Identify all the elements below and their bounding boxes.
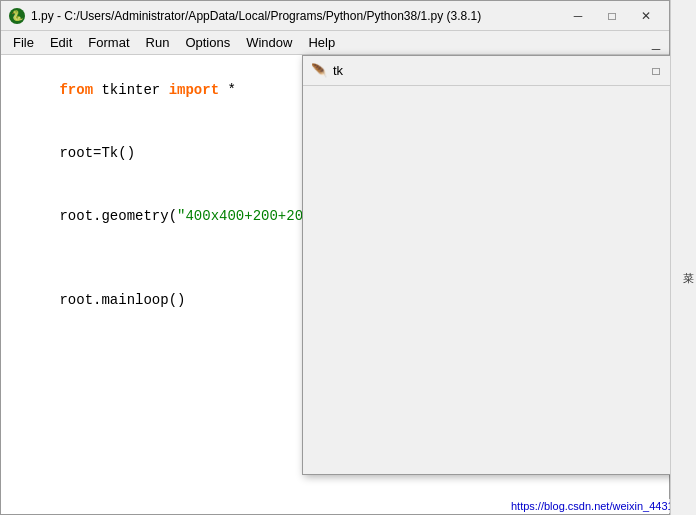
tk-window-title: tk xyxy=(333,63,641,78)
menu-options[interactable]: Options xyxy=(177,31,238,54)
menu-window[interactable]: Window xyxy=(238,31,300,54)
tk-content-area xyxy=(303,86,679,474)
keyword-from: from xyxy=(59,82,93,98)
idle-window-controls: ─ □ ✕ xyxy=(563,5,661,27)
idle-menubar: File Edit Format Run Options Window Help xyxy=(1,31,669,55)
menu-run[interactable]: Run xyxy=(138,31,178,54)
watermark-text: https://blog.csdn.net/weixin_4431371 xyxy=(507,499,696,513)
idle-maximize-button[interactable]: □ xyxy=(597,5,627,27)
string-geometry: "400x400+200+200" xyxy=(177,208,320,224)
idle-window-title: 1.py - C:/Users/Administrator/AppData/Lo… xyxy=(31,9,563,23)
menu-file[interactable]: File xyxy=(5,31,42,54)
menu-help[interactable]: Help xyxy=(300,31,343,54)
menu-format[interactable]: Format xyxy=(80,31,137,54)
right-edge-panel: 菜 xyxy=(670,0,696,515)
tk-app-icon: 🪶 xyxy=(311,63,327,79)
tk-maximize-button[interactable]: □ xyxy=(641,60,671,82)
tk-window: 🪶 tk ─ □ ✕ xyxy=(302,55,680,475)
keyword-import: import xyxy=(169,82,219,98)
tk-titlebar: 🪶 tk ─ □ ✕ xyxy=(303,56,679,86)
tk-minimize-button[interactable]: ─ xyxy=(641,38,671,60)
menu-edit[interactable]: Edit xyxy=(42,31,80,54)
idle-app-icon: 🐍 xyxy=(9,8,25,24)
idle-minimize-button[interactable]: ─ xyxy=(563,5,593,27)
idle-close-button[interactable]: ✕ xyxy=(631,5,661,27)
idle-titlebar: 🐍 1.py - C:/Users/Administrator/AppData/… xyxy=(1,1,669,31)
